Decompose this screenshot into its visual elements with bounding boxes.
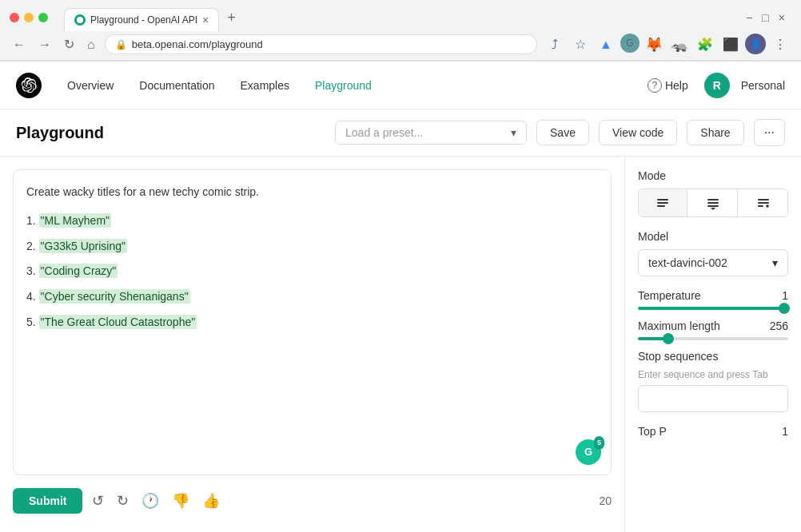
bookmark-icon[interactable]: ☆ bbox=[569, 34, 592, 56]
new-tab-btn[interactable]: + bbox=[221, 5, 242, 31]
tab-close-btn[interactable]: × bbox=[202, 14, 209, 26]
mode-buttons bbox=[638, 189, 788, 217]
nav-documentation[interactable]: Documentation bbox=[130, 73, 224, 98]
nav-overview[interactable]: Overview bbox=[58, 73, 123, 98]
editor-footer: Submit ↺ ↻ 🕐 👎 👍 20 bbox=[13, 482, 612, 520]
grammarly-widget[interactable]: G 5 bbox=[576, 439, 601, 465]
list-item: 5. "The Great Cloud Catastrophe" bbox=[26, 313, 598, 332]
svg-rect-9 bbox=[758, 205, 763, 207]
lock-icon: 🔒 bbox=[115, 39, 127, 50]
mode-complete-btn[interactable] bbox=[639, 189, 687, 216]
google-drive-icon: ▲ bbox=[595, 34, 617, 56]
puzzle-icon[interactable]: 🧩 bbox=[694, 34, 716, 56]
editor-panel: Create wacky titles for a new techy comi… bbox=[0, 157, 625, 532]
max-length-value: 256 bbox=[770, 320, 788, 332]
item-num-2: 2. bbox=[26, 240, 36, 252]
max-length-thumb[interactable] bbox=[663, 333, 674, 344]
page-title: Playground bbox=[16, 124, 104, 142]
help-icon: ? bbox=[648, 78, 662, 93]
more-options-button[interactable]: ··· bbox=[754, 119, 785, 146]
oai-navbar: Overview Documentation Examples Playgrou… bbox=[0, 62, 801, 109]
item-text-5: "The Great Cloud Catastrophe" bbox=[39, 315, 197, 329]
svg-rect-6 bbox=[707, 205, 719, 207]
submit-btn[interactable]: Submit bbox=[13, 488, 82, 514]
model-chevron-icon: ▾ bbox=[772, 256, 778, 269]
minimize-btn[interactable]: − bbox=[746, 11, 752, 24]
stop-sequences-label: Stop sequences bbox=[638, 350, 788, 363]
item-text-4: "Cyber security Shenanigans" bbox=[39, 289, 190, 304]
browser-menu[interactable]: ⋮ bbox=[769, 34, 791, 56]
svg-point-0 bbox=[77, 17, 83, 23]
share-button[interactable]: Share bbox=[687, 120, 743, 145]
preset-dropdown[interactable]: Load a preset... ▾ bbox=[335, 121, 527, 145]
oai-logo bbox=[16, 73, 42, 98]
playground-header: Playground Load a preset... ▾ Save View … bbox=[0, 109, 801, 157]
close-btn[interactable]: × bbox=[779, 11, 785, 24]
top-p-value: 1 bbox=[782, 425, 788, 438]
user-avatar[interactable]: R bbox=[704, 73, 730, 98]
item-text-2: "G33k5 Uprising" bbox=[39, 239, 127, 253]
home-btn[interactable]: ⌂ bbox=[84, 34, 98, 55]
list-item: 3. "Coding Crazy" bbox=[26, 262, 598, 281]
user-avatar-browser[interactable]: 👤 bbox=[745, 34, 766, 54]
svg-rect-7 bbox=[758, 199, 769, 200]
nav-examples[interactable]: Examples bbox=[231, 73, 299, 98]
help-btn[interactable]: ? Help bbox=[638, 73, 698, 97]
item-num-3: 3. bbox=[26, 264, 36, 277]
share-page-icon[interactable]: ⤴ bbox=[544, 34, 566, 56]
item-text-1: "ML Mayhem" bbox=[39, 213, 111, 228]
svg-rect-1 bbox=[657, 199, 668, 200]
view-code-button[interactable]: View code bbox=[599, 120, 677, 145]
maximize-btn[interactable]: □ bbox=[762, 11, 768, 24]
preset-placeholder: Load a preset... bbox=[345, 126, 423, 139]
item-num-4: 4. bbox=[26, 290, 36, 303]
svg-rect-4 bbox=[707, 199, 719, 200]
model-select[interactable]: text-davinci-002 ▾ bbox=[638, 249, 788, 276]
list-item: 2. "G33k5 Uprising" bbox=[26, 237, 598, 256]
temperature-value: 1 bbox=[782, 289, 788, 302]
url-bar[interactable]: 🔒 beta.openai.com/playground bbox=[105, 34, 537, 54]
thumbs-down-btn[interactable]: 👎 bbox=[169, 489, 193, 513]
history-btn[interactable]: 🕐 bbox=[138, 489, 162, 513]
browser-ext-2: 🦊 bbox=[643, 34, 665, 56]
window-max-btn[interactable] bbox=[38, 13, 48, 22]
mode-edit-btn[interactable] bbox=[739, 189, 787, 216]
temperature-thumb[interactable] bbox=[779, 303, 790, 314]
grammarly-logo: G bbox=[584, 443, 592, 461]
help-label: Help bbox=[665, 79, 688, 92]
tab-title: Playground - OpenAI API bbox=[90, 14, 197, 26]
item-num-5: 5. bbox=[26, 316, 36, 328]
mode-label: Mode bbox=[638, 169, 788, 182]
tab-favicon bbox=[74, 14, 86, 26]
nav-playground[interactable]: Playground bbox=[305, 73, 381, 98]
list-item: 4. "Cyber security Shenanigans" bbox=[26, 288, 598, 307]
temperature-label: Temperature bbox=[638, 289, 701, 302]
forward-btn[interactable]: → bbox=[35, 34, 54, 55]
redo-btn[interactable]: ↻ bbox=[114, 489, 132, 513]
chevron-down-icon: ▾ bbox=[511, 126, 516, 139]
personal-label: Personal bbox=[741, 79, 785, 92]
thumbs-up-btn[interactable]: 👍 bbox=[199, 489, 223, 513]
back-btn[interactable]: ← bbox=[10, 34, 29, 55]
browser-tab[interactable]: Playground - OpenAI API × bbox=[64, 8, 219, 31]
save-button[interactable]: Save bbox=[536, 120, 589, 145]
item-text-3: "Coding Crazy" bbox=[39, 264, 118, 278]
grammarly-badge: 5 bbox=[594, 436, 604, 450]
sidebar-toggle[interactable]: ⬛ bbox=[719, 34, 742, 56]
prompt-area[interactable]: Create wacky titles for a new techy comi… bbox=[13, 169, 612, 475]
window-close-btn[interactable] bbox=[10, 13, 19, 22]
browser-ext-1: G bbox=[620, 34, 640, 53]
stop-sequences-sublabel: Enter sequence and press Tab bbox=[638, 369, 788, 380]
mode-insert-btn[interactable] bbox=[689, 189, 738, 216]
window-min-btn[interactable] bbox=[24, 13, 34, 22]
top-p-label: Top P bbox=[638, 425, 667, 438]
svg-rect-3 bbox=[657, 205, 665, 207]
list-item: 1. "ML Mayhem" bbox=[26, 212, 598, 231]
refresh-btn[interactable]: ↻ bbox=[61, 34, 78, 55]
stop-sequences-input[interactable] bbox=[638, 385, 788, 412]
undo-btn[interactable]: ↺ bbox=[89, 489, 107, 513]
url-text: beta.openai.com/playground bbox=[132, 38, 527, 50]
item-num-1: 1. bbox=[26, 214, 36, 227]
svg-rect-2 bbox=[657, 202, 668, 204]
max-length-label: Maximum length bbox=[638, 320, 720, 332]
